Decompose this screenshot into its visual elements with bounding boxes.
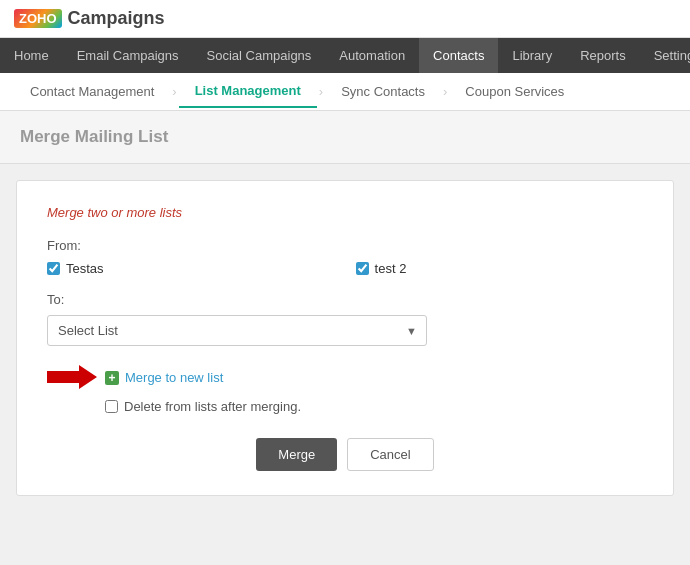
subnav-sep1: › (170, 84, 178, 99)
merge-new-list-row: + Merge to new list (105, 370, 223, 385)
subnav-contact-management[interactable]: Contact Management (14, 76, 170, 107)
checkbox-testas-input[interactable] (47, 262, 60, 275)
checkbox-test2-input[interactable] (356, 262, 369, 275)
red-arrow-icon (47, 363, 97, 394)
button-row: Merge Cancel (47, 438, 643, 471)
nav-automation[interactable]: Automation (325, 38, 419, 73)
select-list[interactable]: Select List (47, 315, 427, 346)
nav-home[interactable]: Home (0, 38, 63, 73)
logo-bar: ZOHO Campaigns (0, 0, 690, 38)
from-label: From: (47, 238, 643, 253)
nav-social-campaigns[interactable]: Social Campaigns (193, 38, 326, 73)
merge-to-new-list-link[interactable]: Merge to new list (125, 370, 223, 385)
nav-reports[interactable]: Reports (566, 38, 640, 73)
to-group: To: Select List ▼ (47, 292, 643, 346)
cancel-button[interactable]: Cancel (347, 438, 433, 471)
subnav-coupon-services[interactable]: Coupon Services (449, 76, 580, 107)
checkbox-test2-label: test 2 (375, 261, 407, 276)
merge-button[interactable]: Merge (256, 438, 337, 471)
checkbox-testas-label: Testas (66, 261, 104, 276)
campaigns-label: Campaigns (68, 8, 165, 29)
to-label: To: (47, 292, 643, 307)
subnav-list-management[interactable]: List Management (179, 75, 317, 108)
delete-checkbox-row: Delete from lists after merging. (105, 399, 643, 414)
checkbox-test2[interactable]: test 2 (356, 261, 407, 276)
checkbox-testas[interactable]: Testas (47, 261, 104, 276)
from-checkbox-group: Testas test 2 (47, 261, 643, 276)
logo: ZOHO Campaigns (14, 8, 165, 29)
svg-marker-0 (47, 365, 97, 389)
section-label: Merge two or more lists (47, 205, 643, 220)
main-content: Merge two or more lists From: Testas tes… (16, 180, 674, 496)
merge-plus-icon: + (105, 371, 119, 385)
delete-label: Delete from lists after merging. (124, 399, 301, 414)
nav-settings[interactable]: Settings (640, 38, 690, 73)
nav-email-campaigns[interactable]: Email Campaigns (63, 38, 193, 73)
select-list-wrapper: Select List ▼ (47, 315, 427, 346)
zoho-logo: ZOHO (14, 9, 62, 28)
subnav-sep3: › (441, 84, 449, 99)
merge-row: + Merge to new list (47, 362, 643, 395)
from-group: From: Testas test 2 (47, 238, 643, 276)
subnav-sync-contacts[interactable]: Sync Contacts (325, 76, 441, 107)
page-title: Merge Mailing List (20, 127, 168, 146)
main-nav: Home Email Campaigns Social Campaigns Au… (0, 38, 690, 73)
page-title-bar: Merge Mailing List (0, 111, 690, 164)
delete-checkbox-input[interactable] (105, 400, 118, 413)
nav-contacts[interactable]: Contacts (419, 38, 498, 73)
nav-library[interactable]: Library (498, 38, 566, 73)
sub-nav: Contact Management › List Management › S… (0, 73, 690, 111)
subnav-sep2: › (317, 84, 325, 99)
